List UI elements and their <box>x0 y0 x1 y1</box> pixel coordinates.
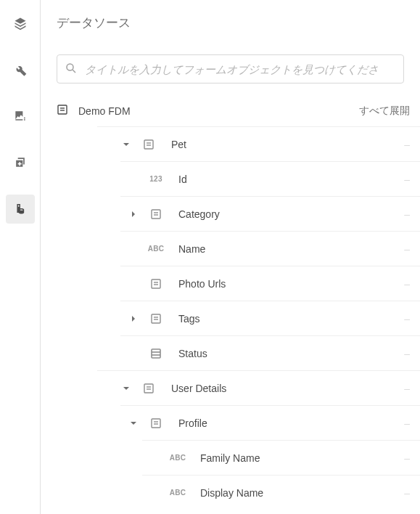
node-label: Name <box>174 243 395 255</box>
chevron-down-icon[interactable] <box>122 385 131 392</box>
object-icon <box>147 417 165 429</box>
row-indicator: – <box>404 313 410 325</box>
object-icon <box>147 208 165 220</box>
object-icon <box>147 278 165 290</box>
tree-node-pet[interactable]: Pet – <box>97 126 420 161</box>
chevron-right-icon[interactable] <box>129 315 138 322</box>
list-type-icon <box>147 348 165 359</box>
root-label: Demo FDM <box>78 105 349 117</box>
row-indicator: – <box>404 417 410 429</box>
tree-node-display-name[interactable]: ABC Display Name – <box>142 475 420 510</box>
tree-scroll[interactable]: Demo FDM すべて展開 Pet – 123 Id – <box>41 97 420 514</box>
svg-rect-23 <box>152 419 160 428</box>
chevron-down-icon[interactable] <box>122 141 131 148</box>
row-indicator: – <box>404 383 410 394</box>
tree-node-status[interactable]: Status – <box>120 335 420 370</box>
row-indicator: – <box>404 487 410 499</box>
node-label: Family Name <box>196 452 395 464</box>
search-icon <box>65 62 78 77</box>
data-source-icon[interactable] <box>6 195 35 224</box>
row-indicator: – <box>404 174 410 185</box>
svg-rect-14 <box>152 314 160 323</box>
svg-line-1 <box>73 70 75 73</box>
string-type-icon: ABC <box>169 489 186 497</box>
number-type-icon: 123 <box>147 175 165 183</box>
row-indicator: – <box>404 348 410 359</box>
copy-add-icon[interactable] <box>6 148 35 177</box>
tree-node-tags[interactable]: Tags – <box>120 301 420 335</box>
object-icon <box>140 383 157 394</box>
tree-node-id[interactable]: 123 Id – <box>120 161 420 196</box>
node-label: Id <box>174 174 395 185</box>
node-label: Pet <box>167 139 395 150</box>
tree-node-photo-urls[interactable]: Photo Urls – <box>120 266 420 301</box>
object-icon <box>140 139 157 150</box>
tree-node-family-name[interactable]: ABC Family Name – <box>142 440 420 475</box>
expand-all-button[interactable]: すべて展開 <box>359 105 410 118</box>
object-icon <box>57 104 68 118</box>
layers-icon[interactable] <box>6 9 35 38</box>
row-indicator: – <box>404 452 410 464</box>
row-indicator: – <box>404 208 410 220</box>
data-source-panel: データソース Demo FDM すべて展開 <box>41 0 420 514</box>
node-label: Status <box>174 348 395 359</box>
chevron-down-icon[interactable] <box>129 420 138 427</box>
row-indicator: – <box>404 139 410 150</box>
row-indicator: – <box>404 243 410 255</box>
row-indicator: – <box>404 278 410 290</box>
panel-title: データソース <box>57 15 404 31</box>
svg-rect-5 <box>144 140 153 149</box>
svg-rect-8 <box>152 210 160 219</box>
node-label: Profile <box>174 417 395 429</box>
svg-rect-2 <box>58 105 67 114</box>
tree-node-profile[interactable]: Profile – <box>120 405 420 440</box>
tree-node-name[interactable]: ABC Name – <box>120 231 420 266</box>
object-icon <box>147 313 165 325</box>
left-rail <box>0 0 41 514</box>
tree-node-category[interactable]: Category – <box>120 196 420 231</box>
node-label: Display Name <box>196 487 395 499</box>
search-box[interactable] <box>57 54 404 83</box>
string-type-icon: ABC <box>147 245 165 253</box>
tree-root-row[interactable]: Demo FDM すべて展開 <box>45 97 420 126</box>
node-label: Category <box>174 208 395 220</box>
search-input[interactable] <box>85 63 396 76</box>
image-settings-icon[interactable] <box>6 102 35 131</box>
tree-node-user-details[interactable]: User Details – <box>97 370 420 405</box>
node-label: User Details <box>167 383 395 394</box>
chevron-right-icon[interactable] <box>129 211 138 218</box>
svg-rect-11 <box>152 280 160 288</box>
node-label: Tags <box>174 313 395 325</box>
svg-rect-20 <box>144 384 153 393</box>
string-type-icon: ABC <box>169 454 186 462</box>
svg-point-0 <box>67 64 73 70</box>
wrench-icon[interactable] <box>6 55 35 84</box>
node-label: Photo Urls <box>174 278 395 290</box>
svg-rect-17 <box>152 349 160 358</box>
